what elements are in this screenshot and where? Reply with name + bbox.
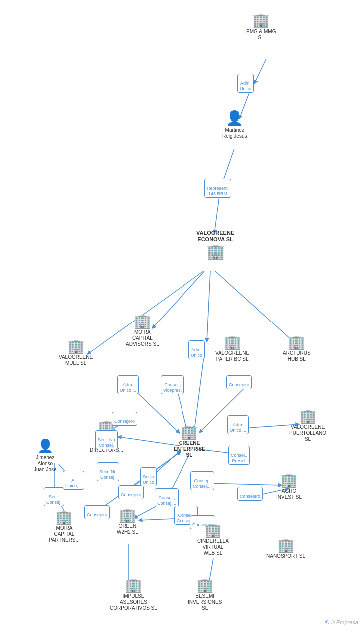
building-icon-arcturus: 🏢 bbox=[288, 335, 305, 349]
badge-adm-unico-top: Adm. Unico bbox=[237, 74, 254, 93]
badge-consejero-mo: Consejero bbox=[112, 412, 137, 426]
label-greene-w2h2: GREEN W2H2 SL bbox=[117, 523, 138, 535]
label-pmg: PMG & MMG SL bbox=[246, 29, 276, 41]
building-icon-puertollano: 🏢 bbox=[299, 409, 317, 423]
badge-adm-unico-puer: Adm. Unico,... bbox=[227, 415, 249, 434]
svg-line-28 bbox=[170, 454, 189, 493]
badge-consej-presid: Consej., Presid. bbox=[228, 446, 250, 465]
badge-secr-consej-ji: Secr. Consej. bbox=[44, 487, 64, 506]
label-besemi: BESEMI INVERSIONES SL bbox=[188, 593, 222, 611]
svg-line-8 bbox=[194, 353, 204, 430]
label-jimenez: Jimenez Alonso Juan Jose bbox=[34, 455, 57, 473]
node-valogreene-paper: 🏢 VALOGREENE PAPER BC SL bbox=[215, 335, 249, 362]
label-greene-enterprise: GREENE ENTERPRISE SL bbox=[174, 440, 205, 458]
node-nanosport: 🏢 NANOSPORT SL bbox=[266, 538, 305, 559]
label-valogreene-econova: VALOGREENE ECONOVA SL bbox=[196, 230, 234, 243]
node-valogreene-puertollano: 🏢 VALOGREENE PUERTOLLANO SL bbox=[289, 409, 326, 442]
node-moira-capital-advisors: 🏢 MOIRA CAPITAL ADVISORS SL bbox=[126, 315, 159, 347]
svg-line-5 bbox=[152, 271, 204, 328]
label-moira-partners: MOIRA CAPITAL PARTNERS... bbox=[49, 525, 80, 543]
svg-line-24 bbox=[208, 483, 282, 485]
node-arcturus: 🏢 ARCTURUS HUB SL bbox=[283, 335, 311, 362]
label-valogreene-paper: VALOGREENE PAPER BC SL bbox=[215, 350, 249, 362]
badge-adm-unico-mca: Adm. Unico,... bbox=[117, 375, 139, 394]
building-icon-nanosport: 🏢 bbox=[277, 538, 295, 552]
label-moira-advisors: MOIRA CAPITAL ADVISORS SL bbox=[126, 329, 159, 347]
building-icon-greene-w2h2: 🏢 bbox=[119, 508, 136, 522]
building-icon-impulse: 🏢 bbox=[125, 578, 142, 592]
building-icon-muel: 🏢 bbox=[67, 339, 85, 353]
building-icon-moira-partners: 🏢 bbox=[55, 510, 73, 524]
node-moira-capital-partners: 🏢 MOIRA CAPITAL PARTNERS... bbox=[49, 510, 80, 543]
node-impulse: 🏢 IMPULSE ASESORES CORPORATIVOS SL bbox=[110, 578, 157, 611]
svg-line-3 bbox=[214, 196, 219, 234]
svg-line-0 bbox=[254, 59, 266, 84]
building-icon-pmg: 🏢 bbox=[252, 14, 270, 28]
building-icon-besemi: 🏢 bbox=[196, 578, 214, 592]
node-martinez: 👤 Martinez Reig Jesus bbox=[222, 110, 247, 139]
building-icon-cinderella: 🏢 bbox=[204, 523, 222, 537]
node-greene-w2h2: 🏢 GREEN W2H2 SL bbox=[117, 508, 138, 535]
svg-line-4 bbox=[207, 271, 210, 342]
node-valogreene-muel: 🏢 VALOGREENE MUEL SL bbox=[59, 339, 93, 366]
watermark: © © Empresa bbox=[325, 619, 358, 625]
node-greene-enterprise: 🏢 GREENE ENTERPRISE SL bbox=[174, 425, 205, 458]
badge-consejero-ge2: Consejero bbox=[118, 485, 144, 499]
building-icon-agro: 🏢 bbox=[280, 473, 298, 487]
node-agro-invest: 🏢 AGRO INVEST SL bbox=[276, 473, 302, 500]
building-icon-moira-advisors: 🏢 bbox=[134, 315, 151, 328]
badge-consej-agro: Consej., Consej.... bbox=[190, 471, 214, 490]
node-cinderella: 🏢 CINDERELLA VIRTUAL WEB SL bbox=[197, 523, 229, 556]
badge-socio-unico: Socio Único bbox=[140, 467, 157, 486]
badge-consejero-arcturus: Consejero bbox=[226, 375, 252, 389]
label-martinez: Martinez Reig Jesus bbox=[222, 127, 247, 139]
badge-consej-vicepres: Consej., Vicepres. bbox=[161, 375, 184, 394]
node-valogreene-econova: VALOGREENE ECONOVA SL 🏢 bbox=[196, 229, 234, 260]
badge-adm-unico-paper: Adm. Unico bbox=[188, 340, 205, 359]
label-puertollano: VALOGREENE PUERTOLLANO SL bbox=[289, 424, 326, 442]
label-arcturus: ARCTURUS HUB SL bbox=[283, 350, 311, 362]
badge-consej-consej-1: Consej., Consej.... bbox=[155, 488, 179, 507]
node-besemi: 🏢 BESEMI INVERSIONES SL bbox=[188, 578, 222, 611]
graph-container: 🏢 PMG & MMG SL Adm. Unico 👤 Martinez Rei… bbox=[0, 0, 363, 629]
badge-secr-no-consej-1: Secr. No Consej. bbox=[95, 430, 118, 449]
building-icon-paper: 🏢 bbox=[224, 335, 241, 349]
label-muel: VALOGREENE MUEL SL bbox=[59, 354, 93, 366]
label-nanosport: NANOSPORT SL bbox=[266, 553, 305, 559]
label-agro: AGRO INVEST SL bbox=[276, 488, 302, 500]
badge-consejero-agro: Consejero bbox=[237, 487, 263, 501]
badge-adm-unico-ji: A. Unico,... bbox=[63, 471, 84, 490]
svg-line-10 bbox=[134, 389, 180, 433]
badge-represent-143: Represent. 143 RRM bbox=[204, 179, 231, 198]
label-impulse: IMPULSE ASESORES CORPORATIVOS SL bbox=[110, 593, 157, 611]
badge-consejero-ge3: Consejero bbox=[84, 505, 110, 519]
label-cinderella: CINDERELLA VIRTUAL WEB SL bbox=[197, 538, 229, 556]
building-icon-greene-enterprise: 🏢 bbox=[181, 425, 198, 439]
svg-line-14 bbox=[118, 437, 180, 446]
badge-secr-no-consej-2: Secr. No Consej. bbox=[97, 462, 119, 481]
node-pmg-mmg: 🏢 PMG & MMG SL bbox=[246, 14, 276, 41]
node-jimenez: 👤 Jimenez Alonso Juan Jose bbox=[34, 438, 57, 473]
